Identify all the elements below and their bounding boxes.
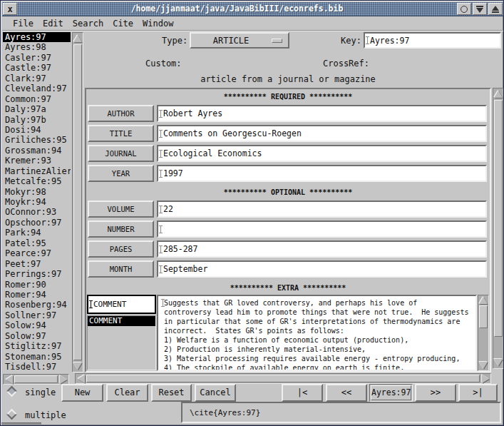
volume-input[interactable]: 22 bbox=[157, 201, 487, 218]
scroll-left-icon[interactable] bbox=[4, 375, 14, 384]
scroll-up-icon[interactable] bbox=[478, 296, 488, 305]
list-item[interactable]: OConnor:93 bbox=[3, 207, 71, 217]
comment-vscrollbar[interactable] bbox=[478, 295, 489, 371]
key-input[interactable]: Ayres:97 bbox=[364, 32, 501, 49]
scroll-down-icon[interactable] bbox=[73, 361, 83, 371]
extra-field-list[interactable]: COMMENT bbox=[87, 315, 156, 370]
number-input[interactable] bbox=[157, 220, 487, 238]
nav-first-button[interactable]: |< bbox=[282, 384, 323, 402]
list-item[interactable]: Stoneman:95 bbox=[3, 352, 71, 362]
scroll-down-icon[interactable] bbox=[493, 357, 503, 367]
list-item[interactable]: Rosenberg:94 bbox=[3, 300, 71, 310]
journal-field-button[interactable]: JOURNAL bbox=[88, 145, 154, 162]
scroll-down-icon[interactable] bbox=[478, 361, 488, 370]
list-item[interactable]: Park:94 bbox=[3, 228, 71, 238]
list-item[interactable]: Metcalfe:95 bbox=[3, 176, 71, 186]
list-item[interactable]: Ayres:97 bbox=[3, 32, 71, 42]
list-item[interactable]: Pearce:97 bbox=[3, 248, 71, 258]
window-menu-button[interactable] bbox=[457, 3, 471, 15]
list-item[interactable]: Stiglitz:97 bbox=[3, 341, 71, 351]
scroll-left-icon[interactable] bbox=[76, 374, 86, 383]
author-field-button[interactable]: AUTHOR bbox=[88, 105, 154, 122]
list-item[interactable]: Clark:97 bbox=[3, 73, 71, 83]
list-item[interactable]: Romer:90 bbox=[3, 280, 71, 290]
month-field-button[interactable]: MONTH bbox=[88, 260, 154, 278]
menu-window[interactable]: Window bbox=[143, 19, 173, 29]
scroll-up-icon[interactable] bbox=[493, 89, 503, 99]
cancel-button[interactable]: Cancel bbox=[195, 384, 236, 402]
year-field-button[interactable]: YEAR bbox=[88, 165, 154, 182]
form-vscrollbar[interactable] bbox=[493, 88, 504, 369]
list-item[interactable]: Griliches:95 bbox=[3, 135, 71, 145]
title-field-button[interactable]: TITLE bbox=[88, 125, 154, 142]
reset-button[interactable]: Reset bbox=[151, 384, 192, 402]
list-item[interactable]: Opschoor:97 bbox=[3, 218, 71, 228]
new-button[interactable]: New bbox=[61, 384, 103, 402]
pages-field-button[interactable]: PAGES bbox=[88, 240, 154, 258]
comment-textarea[interactable]: Suggests that GR loved controversy, and … bbox=[157, 295, 477, 371]
list-item[interactable]: Casler:97 bbox=[3, 53, 71, 63]
list-item[interactable]: Perrings:97 bbox=[3, 269, 71, 279]
scrollbar-thumb[interactable] bbox=[494, 100, 503, 337]
title-input[interactable]: Comments on Georgescu-Roegen bbox=[157, 125, 487, 142]
list-item[interactable]: COMMENT bbox=[88, 316, 155, 326]
menu-cite[interactable]: Cite bbox=[113, 19, 133, 29]
list-item[interactable]: Patel:95 bbox=[3, 238, 71, 248]
list-item[interactable]: MartinezAlier:97 bbox=[3, 166, 71, 176]
scroll-right-icon[interactable] bbox=[58, 375, 68, 384]
scrollbar-thumb[interactable] bbox=[73, 44, 82, 360]
pages-input[interactable]: 285-287 bbox=[157, 240, 487, 258]
list-item[interactable]: Tisdell:97 bbox=[3, 362, 71, 372]
menu-edit[interactable]: Edit bbox=[43, 19, 63, 29]
shade-down-button[interactable] bbox=[473, 3, 487, 15]
nav-prev-button[interactable]: << bbox=[326, 384, 367, 402]
text-cursor-icon bbox=[160, 245, 161, 253]
type-dropdown[interactable]: ARTICLE bbox=[190, 32, 289, 49]
list-item[interactable]: Grossman:94 bbox=[3, 146, 71, 156]
list-item[interactable]: Kremer:93 bbox=[3, 156, 71, 166]
list-item[interactable]: Dosi:94 bbox=[3, 125, 71, 135]
scroll-right-icon[interactable] bbox=[480, 374, 490, 383]
cite-output-field[interactable]: \cite{Ayres:97} bbox=[181, 402, 501, 423]
cite-multiple-radio[interactable] bbox=[6, 409, 18, 420]
list-item[interactable]: Common:97 bbox=[3, 94, 71, 104]
cite-single-radio[interactable] bbox=[6, 386, 18, 397]
list-item[interactable]: Mokyr:98 bbox=[3, 187, 71, 197]
list-item[interactable]: Daly:97b bbox=[3, 115, 71, 125]
close-button[interactable]: x bbox=[3, 3, 17, 15]
extra-field-name-input[interactable]: COMMENT bbox=[87, 295, 156, 314]
number-field-button[interactable]: NUMBER bbox=[88, 220, 154, 238]
clear-button[interactable]: Clear bbox=[106, 384, 148, 402]
list-item[interactable]: Daly:97a bbox=[3, 104, 71, 114]
title-bar[interactable]: x /home/jjanmaat/java/JavaBibIII/econref… bbox=[2, 2, 503, 16]
reference-list[interactable]: Ayres:97Ayres:98Casler:97Castle:97Clark:… bbox=[3, 32, 71, 372]
list-item[interactable]: Solow:97 bbox=[3, 331, 71, 341]
reference-list-hscrollbar[interactable] bbox=[3, 374, 69, 385]
list-item[interactable]: Castle:97 bbox=[3, 63, 71, 73]
required-heading: ********** REQUIRED ********** bbox=[86, 93, 490, 101]
nav-last-button[interactable]: >| bbox=[458, 384, 498, 402]
shade-up-button[interactable] bbox=[488, 3, 503, 15]
year-input[interactable]: 1997 bbox=[157, 165, 487, 182]
reference-list-vscrollbar[interactable] bbox=[72, 32, 83, 372]
list-item[interactable]: Romer:94 bbox=[3, 290, 71, 300]
volume-field-button[interactable]: VOLUME bbox=[88, 201, 154, 218]
scrollbar-thumb[interactable] bbox=[479, 305, 488, 328]
nav-next-button[interactable]: >> bbox=[415, 384, 456, 402]
window-resize-handle[interactable] bbox=[1, 422, 41, 426]
scrollbar-thumb[interactable] bbox=[86, 375, 480, 382]
form-hscrollbar[interactable] bbox=[75, 373, 491, 384]
scrollbar-thumb[interactable] bbox=[14, 375, 58, 383]
author-input[interactable]: Robert Ayres bbox=[157, 105, 487, 122]
scroll-up-icon[interactable] bbox=[73, 34, 83, 44]
journal-input[interactable]: Ecological Economics bbox=[157, 145, 487, 162]
list-item[interactable]: Ayres:98 bbox=[3, 42, 71, 52]
list-item[interactable]: Cleveland:97 bbox=[3, 83, 71, 93]
list-item[interactable]: Sollner:97 bbox=[3, 310, 71, 320]
month-input[interactable]: September bbox=[157, 260, 487, 278]
menu-file[interactable]: File bbox=[13, 19, 34, 29]
list-item[interactable]: Peet:97 bbox=[3, 259, 71, 269]
menu-search[interactable]: Search bbox=[73, 19, 103, 29]
list-item[interactable]: Solow:94 bbox=[3, 320, 71, 330]
list-item[interactable]: Moykr:94 bbox=[3, 197, 71, 207]
